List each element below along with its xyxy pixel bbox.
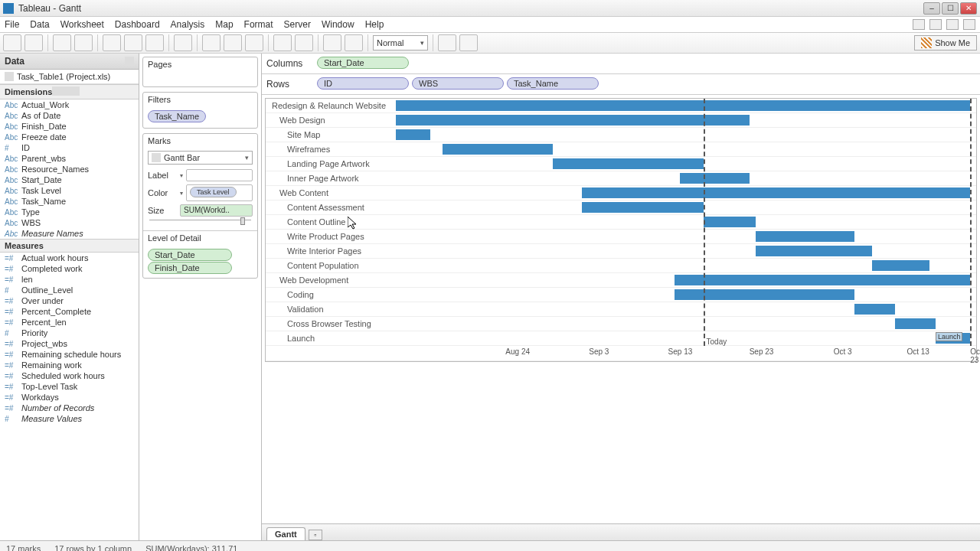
pill-start-date[interactable]: Start_Date (317, 57, 409, 69)
field-scheduled-work-hours[interactable]: =#Scheduled work hours (0, 370, 139, 381)
filters-shelf[interactable]: Filters Task_Name (142, 92, 258, 129)
pill-task-name[interactable]: Task_Name (507, 77, 599, 90)
field-actual-work[interactable]: AbcActual_Work (0, 99, 139, 110)
field-number-of-records[interactable]: =#Number of Records (0, 403, 139, 413)
gantt-row[interactable]: Landing Page Artwork (266, 157, 976, 171)
mark-type-dropdown[interactable]: Gantt Bar (148, 151, 253, 165)
field-remaining-schedule-hours[interactable]: =#Remaining schedule hours (0, 349, 139, 360)
search-icon[interactable] (61, 86, 70, 96)
menu-icon[interactable] (70, 86, 80, 96)
gantt-row[interactable]: Web Content (266, 186, 976, 201)
pages-body[interactable] (143, 71, 257, 86)
close-button[interactable]: ✕ (960, 2, 977, 15)
view-icon[interactable] (52, 86, 61, 96)
field-percent-len[interactable]: =#Percent_len (0, 317, 139, 328)
gantt-row[interactable]: Content Population (266, 259, 976, 273)
auto-button[interactable] (174, 34, 192, 51)
field-len[interactable]: =#len (0, 274, 139, 285)
sort-asc-button[interactable] (224, 34, 242, 51)
pill-wbs[interactable]: WBS (412, 77, 504, 90)
menu-worksheet[interactable]: Worksheet (60, 19, 104, 30)
size-slider[interactable] (149, 220, 251, 226)
datasource[interactable]: Task_Table1 (Project.xls) (0, 70, 139, 84)
color-field[interactable]: Task Level (186, 184, 253, 201)
gantt-bar[interactable] (396, 129, 430, 140)
pin-button[interactable] (438, 34, 456, 51)
field-priority[interactable]: #Priority (0, 328, 139, 338)
gantt-row[interactable]: Validation (266, 302, 976, 317)
gantt-bar[interactable] (582, 202, 704, 213)
field-over-under[interactable]: =#Over under (0, 295, 139, 306)
field-project-wbs[interactable]: =#Project_wbs (0, 338, 139, 349)
card-button[interactable] (345, 34, 363, 51)
gantt-bar[interactable] (756, 231, 854, 242)
field-actual-work-hours[interactable]: =#Actual work hours (0, 253, 139, 263)
gantt-chart[interactable]: Redesign & Relaunch WebsiteWeb DesignSit… (265, 98, 977, 362)
gantt-row[interactable]: Redesign & Relaunch Website (266, 99, 976, 113)
lod-body[interactable]: Start_DateFinish_Date (143, 245, 257, 278)
maximize-button[interactable]: ☐ (942, 2, 959, 15)
gantt-bar[interactable] (680, 173, 750, 184)
menu-file[interactable]: File (5, 19, 19, 30)
gantt-row[interactable]: Content Assessment (266, 201, 976, 215)
menu-help[interactable]: Help (365, 19, 384, 30)
home-icon[interactable] (963, 19, 975, 30)
gantt-row[interactable]: Site Map (266, 128, 976, 142)
field-task-level[interactable]: AbcTask Level (0, 185, 139, 196)
gantt-bar[interactable] (756, 246, 872, 256)
menu-dashboard[interactable]: Dashboard (115, 19, 160, 30)
gantt-row[interactable]: Write Product Pages (266, 230, 976, 244)
tab-gantt[interactable]: Gantt (266, 527, 305, 540)
pill-id[interactable]: ID (317, 77, 409, 90)
save-button[interactable] (53, 34, 71, 51)
color-pill-drag[interactable]: Task Level (190, 187, 237, 197)
sort-desc-button[interactable] (245, 34, 263, 51)
gantt-row[interactable]: Coding (266, 288, 976, 302)
layout-icon[interactable] (913, 19, 925, 30)
field-completed-work[interactable]: =#Completed work (0, 263, 139, 274)
field-as-of-date[interactable]: AbcAs of Date (0, 110, 139, 121)
gantt-bar[interactable] (582, 187, 971, 198)
field-workdays[interactable]: =#Workdays (0, 392, 139, 403)
gantt-row[interactable]: Web Design (266, 113, 976, 128)
menu-server[interactable]: Server (284, 19, 311, 30)
pages-shelf[interactable]: Pages (142, 57, 258, 87)
field-freeze-date[interactable]: AbcFreeze date (0, 132, 139, 142)
lod-pill[interactable]: Finish_Date (148, 262, 232, 274)
layout3-icon[interactable] (946, 19, 959, 30)
gantt-row[interactable]: LaunchLaunch (266, 331, 976, 346)
lod-pill[interactable]: Start_Date (148, 249, 232, 261)
forward-button[interactable] (24, 34, 43, 51)
field-measure-names[interactable]: AbcMeasure Names (0, 228, 139, 239)
gantt-bar[interactable] (675, 275, 971, 285)
connect-button[interactable] (74, 34, 93, 51)
field-task-name[interactable]: AbcTask_Name (0, 196, 139, 207)
gantt-row[interactable]: Write Interior Pages (266, 244, 976, 259)
field-finish-date[interactable]: AbcFinish_Date (0, 121, 139, 132)
showme-button[interactable]: Show Me (914, 35, 977, 51)
rows-shelf[interactable]: Rows IDWBSTask_Name (262, 74, 980, 95)
gantt-bar[interactable] (854, 304, 895, 315)
new-tab-button[interactable]: ▫ (309, 530, 322, 540)
clear-button[interactable] (145, 34, 164, 51)
new-sheet-button[interactable] (103, 34, 121, 51)
gantt-row[interactable]: Web Development (266, 273, 976, 288)
columns-shelf[interactable]: Columns Start_Date (262, 54, 980, 74)
field-resource-names[interactable]: AbcResource_Names (0, 164, 139, 174)
label-field[interactable] (186, 169, 253, 181)
dup-sheet-button[interactable] (124, 34, 142, 51)
menu-analysis[interactable]: Analysis (171, 19, 205, 30)
back-button[interactable] (3, 34, 21, 51)
field-type[interactable]: AbcType (0, 207, 139, 217)
gantt-bar[interactable] (675, 289, 854, 300)
minimize-button[interactable]: – (923, 2, 940, 15)
field-percent-complete[interactable]: =#Percent_Complete (0, 306, 139, 317)
gantt-bar[interactable] (396, 100, 970, 111)
field-id[interactable]: #ID (0, 142, 139, 153)
layout2-icon[interactable] (929, 19, 942, 30)
gantt-bar[interactable] (553, 158, 704, 169)
menu-data[interactable]: Data (30, 19, 49, 30)
gantt-bar[interactable] (443, 144, 553, 155)
fit-dropdown[interactable]: Normal (373, 35, 428, 51)
menu-window[interactable]: Window (322, 19, 354, 30)
